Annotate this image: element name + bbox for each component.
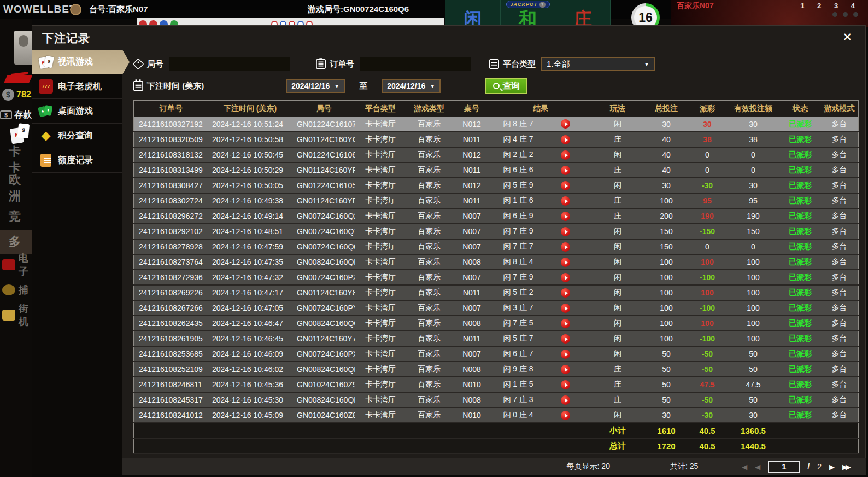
cell-order: 241216108308427	[134, 178, 208, 193]
play-icon[interactable]	[561, 227, 570, 236]
date-to-select[interactable]: 2024/12/16 ▼	[382, 79, 441, 93]
play-icon[interactable]	[561, 350, 570, 359]
play-icon[interactable]	[561, 196, 570, 206]
cell-play-type: 闲	[590, 331, 645, 346]
platform-select[interactable]: 1.全部 ▼	[541, 57, 655, 71]
cell-status: 已派彩	[779, 193, 821, 208]
cell-result: 闲 7 庄 9	[491, 224, 590, 239]
close-icon[interactable]: ✕	[842, 31, 852, 44]
cell-status: 已派彩	[779, 162, 821, 178]
cell-time: 2024-12-16 10:46:09	[208, 346, 292, 362]
table-row[interactable]: 2412161082468112024-12-16 10:45:36GN0102…	[134, 377, 858, 392]
table-row[interactable]: 2412161082962722024-12-16 10:49:14GN0072…	[134, 208, 858, 224]
table-row[interactable]: 2412161083027242024-12-16 10:49:38GN0112…	[134, 193, 858, 208]
bg-menu-item[interactable]: 欧洲	[0, 176, 32, 200]
play-icon[interactable]	[561, 273, 570, 282]
round-input[interactable]	[169, 57, 290, 71]
bg-menu-item[interactable]: 捕	[0, 278, 32, 302]
cell-payout: -100	[688, 331, 727, 346]
table-row[interactable]: 2412161082410122024-12-16 10:45:09GN0102…	[134, 408, 858, 423]
prev-page-button[interactable]: ◀	[755, 463, 760, 471]
play-icon[interactable]	[561, 258, 570, 267]
play-icon[interactable]	[561, 242, 570, 252]
table-row[interactable]: 2412161082921022024-12-16 10:48:51GN0072…	[134, 224, 858, 239]
sidebar-item-points[interactable]: ◆ 积分查询	[32, 124, 122, 148]
sidebar-item-table-games[interactable]: ♠♦ 桌面游戏	[32, 99, 122, 124]
cell-payout: -50	[688, 362, 727, 377]
sidebar-item-slots[interactable]: 777 电子老虎机	[32, 74, 122, 99]
video-tabs[interactable]: 1 2 3 4	[800, 2, 860, 10]
play-icon[interactable]	[561, 395, 570, 405]
cell-order: 241216108313499	[134, 162, 208, 178]
play-icon[interactable]	[561, 166, 570, 175]
play-icon[interactable]	[561, 288, 570, 298]
play-icon[interactable]	[561, 150, 570, 160]
site-logo[interactable]: WOWELLBET	[3, 3, 77, 15]
bg-menu-item[interactable]: 多	[0, 230, 32, 254]
cell-table: N012	[453, 117, 491, 132]
table-row[interactable]: 2412161083084272024-12-16 10:50:05GN0122…	[134, 178, 858, 193]
play-icon[interactable]	[561, 319, 570, 328]
column-header: 派彩	[688, 100, 727, 117]
table-row[interactable]: 2412161083134992024-12-16 10:50:29GN0112…	[134, 162, 858, 178]
result-text: 闲 6 庄 6	[491, 165, 546, 175]
table-row[interactable]: 2412161082737642024-12-16 10:47:35GN0082…	[134, 254, 858, 270]
table-row[interactable]: 2412161082619052024-12-16 10:46:45GN0112…	[134, 331, 858, 346]
cell-order: 241216108327192	[134, 117, 208, 132]
play-icon[interactable]	[561, 181, 570, 190]
last-page-button[interactable]: ▶▶	[842, 463, 851, 471]
next-page-button[interactable]: ▶	[829, 463, 835, 471]
help-icon[interactable]: ?	[539, 2, 546, 8]
cell-valid-bet: 38	[727, 132, 779, 147]
bg-menu-item[interactable]: 电子	[0, 253, 32, 277]
table-row[interactable]: 2412161082624352024-12-16 10:46:47GN0082…	[134, 316, 858, 331]
table-row[interactable]: 2412161082536852024-12-16 10:46:09GN0072…	[134, 346, 858, 362]
bg-menu-item[interactable]: 街机	[0, 303, 32, 327]
play-icon[interactable]	[561, 334, 570, 344]
sidebar-item-video-games[interactable]: K9 视讯游戏	[32, 50, 130, 74]
result-text: 闲 2 庄 2	[491, 150, 546, 160]
page-number-input[interactable]	[768, 461, 800, 473]
bg-menu-item[interactable]: 竞	[0, 205, 32, 229]
cell-payout: 0	[688, 162, 727, 178]
cell-game: 百家乐	[406, 392, 453, 408]
table-row[interactable]: 2412161083271922024-12-16 10:51:24GN0122…	[134, 117, 858, 132]
order-input[interactable]	[360, 57, 471, 71]
play-icon[interactable]	[561, 304, 570, 313]
sidebar-item-label: 桌面游戏	[58, 106, 93, 117]
table-row[interactable]: 2412161082729362024-12-16 10:47:32GN0072…	[134, 270, 858, 285]
cell-play-type: 闲	[590, 224, 645, 239]
play-icon[interactable]	[561, 135, 570, 144]
cell-status: 已派彩	[779, 285, 821, 300]
result-text: 闲 3 庄 7	[491, 303, 546, 313]
info-icon[interactable]	[70, 4, 81, 15]
date-from-select[interactable]: 2024/12/16 ▼	[286, 79, 345, 93]
play-icon[interactable]	[561, 365, 570, 374]
result-text: 闲 9 庄 8	[491, 364, 546, 374]
time-filter-label: 下注时间 (美东)	[147, 81, 204, 91]
query-button[interactable]: 查询	[485, 78, 527, 94]
sidebar-item-credit-records[interactable]: 额度记录	[32, 148, 122, 173]
bg-menu-item[interactable]: 卡卡	[0, 148, 32, 172]
deposit-label[interactable]: 存款	[14, 109, 32, 121]
table-row[interactable]: 2412161082692262024-12-16 10:47:17GN0112…	[134, 285, 858, 300]
table-row[interactable]: 2412161083205092024-12-16 10:50:58GN0112…	[134, 132, 858, 147]
play-icon[interactable]	[561, 411, 570, 420]
play-icon[interactable]	[561, 212, 570, 221]
first-page-button[interactable]: ◀	[742, 463, 747, 471]
table-row[interactable]: 2412161083181322024-12-16 10:50:45GN0122…	[134, 147, 858, 162]
cell-game: 百家乐	[406, 208, 453, 224]
cell-payout: -100	[688, 300, 727, 316]
video-panel[interactable]: 百家乐N07 1 2 3 4	[671, 0, 868, 27]
table-row[interactable]: 2412161082789282024-12-16 10:47:59GN0072…	[134, 239, 858, 254]
cell-valid-bet: 30	[727, 117, 779, 132]
play-icon[interactable]	[561, 380, 570, 389]
table-row[interactable]: 2412161082672662024-12-16 10:47:05GN0072…	[134, 300, 858, 316]
cell-status: 已派彩	[779, 300, 821, 316]
play-icon[interactable]	[561, 119, 570, 129]
avatar[interactable]	[14, 31, 32, 65]
deposit-icon: $	[0, 110, 12, 119]
total-bet: 1720	[645, 438, 688, 453]
table-row[interactable]: 2412161082453172024-12-16 10:45:30GN0082…	[134, 392, 858, 408]
table-row[interactable]: 2412161082521092024-12-16 10:46:02GN0082…	[134, 362, 858, 377]
